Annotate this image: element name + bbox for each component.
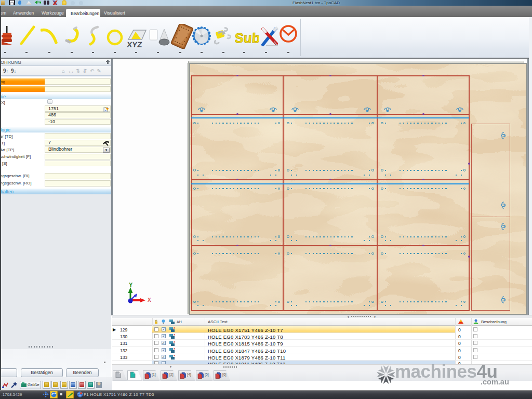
svg-text:XYZ: XYZ [126, 40, 142, 49]
svg-text:X: X [148, 297, 151, 303]
svg-text:Sub: Sub [235, 30, 259, 46]
svg-text:Y: Y [129, 282, 133, 288]
